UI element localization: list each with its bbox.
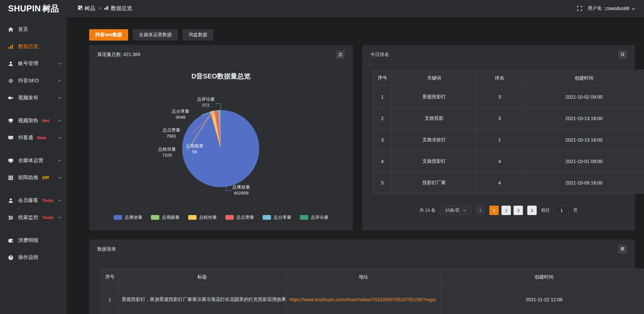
table-cell: 2021-10-02 09:00: [523, 86, 644, 108]
user-menu[interactable]: 用户名：zswodun88: [588, 5, 635, 11]
callout-comments: 总评论量572: [186, 96, 226, 108]
total-view-button[interactable]: 总: [336, 50, 345, 59]
sidebar-item-会员爆客[interactable]: 会员爆客Tools: [0, 192, 67, 209]
page-size-select[interactable]: 10条/页: [440, 206, 471, 215]
page-button-2[interactable]: 2: [501, 206, 511, 215]
video-camera-icon: [8, 95, 14, 101]
legend-swatch: [225, 215, 234, 220]
main-content: 抖音seo数据全媒体运营数据询盘数据 展现量总数: 421,369 总 D音SE…: [67, 17, 644, 314]
legend-item-总播放量[interactable]: 总播放量: [114, 214, 142, 220]
tab-抖音seo数据[interactable]: 抖音seo数据: [89, 29, 128, 41]
logo-text-cn: 树品: [42, 4, 59, 13]
breadcrumb-current[interactable]: 数据总览: [104, 5, 132, 12]
video-link[interactable]: https://www.iesdouyin.com/share/video/70…: [289, 297, 437, 302]
chevron-down-icon: [58, 62, 61, 65]
sidebar-item-label: 抖音SEO: [18, 77, 39, 84]
sidebar-item-消费明细[interactable]: 消费明细: [0, 232, 67, 249]
report-cell-url: https://www.iesdouyin.com/share/video/70…: [286, 285, 441, 314]
sidebar-item-操作说明[interactable]: ?操作说明: [0, 249, 67, 266]
table-cell: 2021-10-01 09:00: [523, 151, 644, 172]
app-logo[interactable]: SHUPIN 树品: [0, 4, 67, 13]
sidebar-item-视频加热[interactable]: 视频加热Hot: [0, 112, 67, 129]
chevron-down-icon: [58, 80, 61, 82]
sliders-icon: [8, 215, 14, 220]
table-view-button[interactable]: 表: [618, 245, 627, 254]
legend-swatch: [151, 215, 159, 220]
sidebar-item-label: 操作说明: [18, 254, 38, 261]
tab-全媒体运营数据[interactable]: 全媒体运营数据: [133, 29, 178, 41]
chevron-down-icon: [463, 209, 466, 211]
table-cell: 2021-10-13 18:00: [523, 108, 644, 129]
legend-swatch: [114, 215, 122, 220]
sidebar-divider: [7, 229, 59, 229]
table-row: 1景观投影灯32021-10-02 09:00: [373, 86, 644, 108]
sidebar-item-线索监控[interactable]: 线索监控Tools: [0, 209, 67, 226]
legend-item-总点赞量[interactable]: 总点赞量: [225, 214, 254, 220]
table-cell: 文旅投影: [392, 108, 477, 129]
sidebar-item-label: 视频加热: [18, 117, 38, 124]
sidebar-item-账号管理[interactable]: 账号管理: [0, 55, 67, 72]
goto-label: 前往: [541, 207, 550, 213]
top-header: SHUPIN 树品 树品 > 数据总览 用户名：zswodun88: [0, 0, 644, 17]
goto-page-input[interactable]: [554, 206, 569, 215]
fullscreen-icon[interactable]: [577, 6, 582, 11]
sidebar-item-矩阵助推[interactable]: 矩阵助推VIP: [0, 169, 67, 186]
tab-询盘数据[interactable]: 询盘数据: [182, 29, 213, 41]
sidebar-item-label: 矩阵助推: [18, 174, 38, 181]
page-button-3[interactable]: 3: [514, 206, 523, 215]
report-table-header: 序号标题地址创建时间: [102, 269, 644, 285]
table-cell: 1: [477, 129, 523, 151]
legend-swatch: [300, 215, 308, 220]
legend-item-总粉丝量[interactable]: 总粉丝量: [188, 214, 217, 220]
sidebar-item-数据总览[interactable]: 数据总览: [0, 38, 67, 55]
next-page-button[interactable]: [527, 206, 537, 215]
sidebar-item-视频发布[interactable]: 视频发布: [0, 89, 67, 106]
table-row: 1景观投影灯，夜游景观投影灯厂家展示展示落花灯在花园里的灯光投影应用效果 #ht…: [102, 285, 644, 314]
sidebar-item-label: 消费明细: [18, 237, 38, 244]
chevron-left-icon: [479, 209, 482, 212]
rank-panel-title: 今日排名: [370, 52, 389, 58]
table-row: 5投影灯厂家42021-10-09 18:00: [373, 172, 644, 194]
gear-icon: [8, 78, 14, 84]
screen-icon: [8, 118, 14, 123]
sidebar-item-首页[interactable]: 首页: [0, 21, 67, 38]
sidebar-item-全媒体运营[interactable]: 全媒体运营: [0, 152, 67, 169]
day-view-button[interactable]: 日: [618, 50, 627, 59]
breadcrumb-home[interactable]: 树品: [78, 5, 95, 12]
username-value: zswodun88: [605, 6, 629, 11]
table-cell: 4: [477, 172, 523, 194]
table-cell: 文旅水纹灯: [392, 129, 477, 151]
today-rank-panel: 今日排名 日 序号关键词排名创建时间 1景观投影灯32021-10-02 09:…: [362, 45, 635, 230]
table-cell: 5: [373, 172, 392, 194]
rank-table: 序号关键词排名创建时间 1景观投影灯32021-10-02 09:002文旅投影…: [373, 70, 644, 194]
chevron-down-icon: [58, 176, 61, 179]
sidebar-item-label: 线索监控: [18, 214, 38, 221]
rank-col-header: 创建时间: [523, 70, 644, 86]
seo-chart-panel: 展现量总数: 421,369 总 D音SEO数据量总览 总评论量572 总分享量…: [89, 45, 353, 230]
report-col-header: 标题: [118, 269, 286, 285]
table-cell: 3: [373, 129, 392, 151]
legend-item-总视频量[interactable]: 总视频量: [151, 214, 179, 220]
sidebar-item-抖音SEO[interactable]: 抖音SEO: [0, 72, 67, 89]
table-row: 4文旅投影灯42021-10-01 09:00: [373, 151, 644, 172]
table-cell: 文旅投影灯: [392, 151, 477, 172]
prev-page-button[interactable]: [476, 206, 485, 215]
sidebar-divider: [7, 149, 59, 149]
sidebar-item-抖客通[interactable]: 抖客通New: [0, 129, 67, 146]
table-cell: 3: [477, 108, 523, 129]
legend-item-总评论量[interactable]: 总评论量: [300, 214, 328, 220]
chevron-down-icon: [632, 6, 635, 11]
legend-swatch: [188, 215, 197, 220]
chevron-down-icon: [58, 159, 61, 162]
page-button-1[interactable]: 1: [489, 206, 499, 215]
table-cell: 1: [373, 86, 392, 108]
sidebar-divider: [7, 189, 59, 189]
sidebar: 首页数据总览账号管理抖音SEO视频发布视频加热Hot抖客通New全媒体运营矩阵助…: [0, 17, 67, 314]
table-row: 3文旅水纹灯12021-10-13 18:00: [373, 129, 644, 151]
callout-shares: 总分享量3049: [160, 108, 201, 120]
sidebar-item-label: 账号管理: [18, 60, 38, 67]
legend-item-总分享量[interactable]: 总分享量: [263, 214, 291, 220]
callout-likes: 总点赞量7681: [151, 127, 192, 139]
report-panel-title: 数据报表: [97, 246, 116, 252]
impressions-total-label: 展现量总数: 421,369: [97, 52, 140, 58]
